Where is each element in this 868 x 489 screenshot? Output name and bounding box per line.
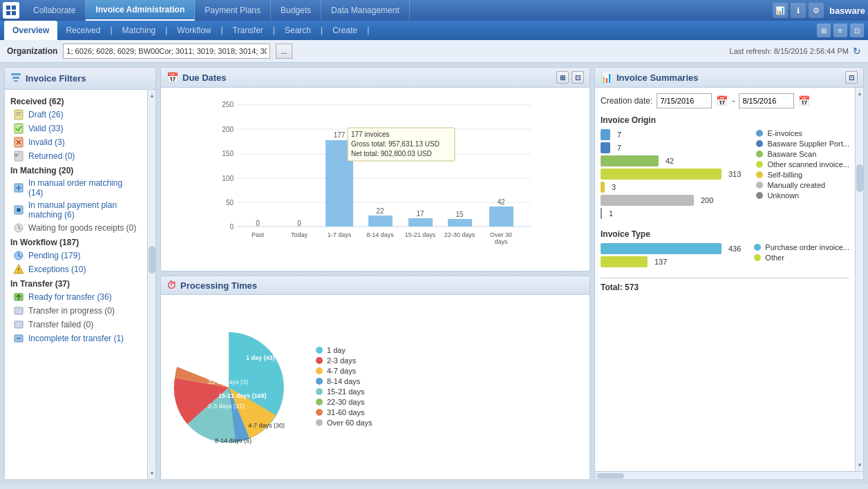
origin-legend-supplier-label: Basware Supplier Port... <box>767 140 849 148</box>
due-dates-expand-btn[interactable]: ⊡ <box>572 71 584 84</box>
origin-bar-2: 7 <box>601 142 749 153</box>
tab-received[interactable]: Received <box>57 21 108 40</box>
bar-chart-area: 250 200 150 100 50 0 0 <box>161 88 589 271</box>
org-browse-button[interactable]: ... <box>276 44 292 59</box>
origin-legend-self: Self-billing <box>756 171 849 179</box>
ready-transfer-link: Ready for transfer (36) <box>28 292 112 302</box>
tab-create[interactable]: Create <box>324 21 366 40</box>
tab-transfer[interactable]: Transfer <box>225 21 272 40</box>
org-input[interactable] <box>63 44 270 59</box>
legend-1day-dot <box>316 347 323 354</box>
filter-exceptions[interactable]: Exceptions (10) <box>10 262 142 276</box>
date-from-input[interactable] <box>657 93 712 108</box>
tab-search[interactable]: Search <box>276 21 319 40</box>
right-panel-scrollbar-h[interactable] <box>595 471 863 479</box>
svg-text:8-14 days: 8-14 days <box>366 231 394 238</box>
due-dates-panel: 📅 Due Dates ⊞ ⊡ 250 200 150 100 50 0 <box>160 67 590 271</box>
origin-bar-scan <box>601 155 659 166</box>
left-panel: Invoice Filters Received (62) Draft (26)… <box>4 67 156 480</box>
tab-overview[interactable]: Overview <box>4 21 57 40</box>
date-to-input[interactable] <box>739 93 794 108</box>
filter-pending[interactable]: Pending (179) <box>10 249 142 262</box>
svg-text:Gross total: 957,631.13 USD: Gross total: 957,631.13 USD <box>351 140 440 148</box>
svg-text:8-14 days (6): 8-14 days (6) <box>215 437 252 444</box>
svg-point-19 <box>17 208 21 212</box>
svg-text:17: 17 <box>416 210 424 218</box>
type-bar-1: 436 <box>601 243 747 254</box>
filter-incomplete-transfer[interactable]: Incomplete for transfer (1) <box>10 332 142 345</box>
filter-manual-order[interactable]: In manual order matching (14) <box>10 177 142 199</box>
draft-link: Draft (26) <box>28 110 64 119</box>
type-val-2: 137 <box>654 258 667 266</box>
returned-link: Returned (0) <box>28 151 75 161</box>
tab-collaborate[interactable]: Collaborate <box>23 0 86 21</box>
svg-rect-5 <box>12 77 19 79</box>
filter-valid[interactable]: Valid (33) <box>10 122 142 135</box>
filter-ready-transfer[interactable]: Ready for transfer (36) <box>10 290 142 304</box>
legend-4-7days-dot <box>316 367 323 374</box>
tab-invoice-administration[interactable]: Invoice Administration <box>86 0 195 21</box>
invoice-filters-header: Invoice Filters <box>5 68 155 90</box>
svg-rect-55 <box>489 207 513 227</box>
date-to-icon[interactable]: 📅 <box>798 95 810 106</box>
due-dates-header: 📅 Due Dates ⊞ ⊡ <box>161 68 589 88</box>
type-legend-po: Purchase order invoice... <box>754 243 849 251</box>
svg-text:0: 0 <box>229 223 234 231</box>
date-from-icon[interactable]: 📅 <box>716 95 728 106</box>
legend-31-60days: 31-60 days <box>316 408 372 416</box>
origin-legend-unknown-label: Unknown <box>767 191 799 200</box>
tab-payment-plans[interactable]: Payment Plans <box>195 0 271 21</box>
svg-rect-1 <box>12 6 16 10</box>
processing-times-panel: ⏱ Processing Times <box>160 276 590 480</box>
filter-header-icon <box>10 72 21 85</box>
filter-list: Received (62) Draft (26) Valid (33) Inva… <box>5 90 147 479</box>
settings-icon[interactable]: ⚙ <box>809 3 824 18</box>
origin-legend-unknown: Unknown <box>756 191 849 200</box>
expand-icon[interactable]: ⊡ <box>850 23 864 37</box>
top-nav-right: 📊 ℹ ⚙ basware <box>773 3 865 18</box>
svg-rect-10 <box>15 124 23 133</box>
svg-text:15-21 days (169): 15-21 days (169) <box>218 392 267 399</box>
origin-legend-scan: Basware Scan <box>756 150 849 158</box>
tab-matching[interactable]: Matching <box>114 21 164 40</box>
legend-15-21days-label: 15-21 days <box>327 387 364 396</box>
filter-waiting: Waiting for goods receipts (0) <box>10 221 142 235</box>
tab-budgets[interactable]: Budgets <box>271 0 321 21</box>
legend-31-60days-label: 31-60 days <box>327 408 364 416</box>
second-nav-right: ⊞ ≡ ⊡ <box>817 23 864 37</box>
origin-bar-supplier <box>601 142 610 153</box>
tab-workflow[interactable]: Workflow <box>169 21 219 40</box>
legend-31-60days-dot <box>316 409 323 416</box>
filter-invalid[interactable]: Invalid (3) <box>10 135 142 149</box>
summaries-expand-btn[interactable]: ⊡ <box>845 71 858 84</box>
bar-chart-svg: 250 200 150 100 50 0 0 <box>167 93 584 245</box>
svg-rect-53 <box>448 219 472 227</box>
filter-draft[interactable]: Draft (26) <box>10 108 142 122</box>
total-row: Total: 573 <box>601 278 849 292</box>
list-view-icon[interactable]: ≡ <box>833 23 847 37</box>
type-legend-po-dot <box>754 244 761 251</box>
grid-view-icon[interactable]: ⊞ <box>817 23 831 37</box>
svg-text:Past: Past <box>252 231 265 238</box>
tab-data-management[interactable]: Data Management <box>321 0 410 21</box>
bar-chart-icon[interactable]: 📊 <box>773 3 788 18</box>
svg-text:Net total: 902,800.03 USD: Net total: 902,800.03 USD <box>351 150 432 157</box>
date-separator: - <box>732 96 735 106</box>
due-dates-export-btn[interactable]: ⊞ <box>556 71 569 84</box>
filter-returned[interactable]: Returned (0) <box>10 149 142 163</box>
svg-rect-6 <box>14 80 18 82</box>
refresh-icon[interactable]: ↻ <box>853 46 861 57</box>
right-panel-scrollbar[interactable]: ▲ ▼ <box>855 88 863 471</box>
origin-legend-other-scanned-dot <box>756 161 763 168</box>
svg-text:200: 200 <box>222 126 234 133</box>
svg-rect-4 <box>11 73 21 75</box>
left-panel-scrollbar[interactable]: ▲ ▼ <box>147 90 155 479</box>
legend-over60-label: Over 60 days <box>327 419 372 427</box>
filter-payment-plan[interactable]: In manual payment plan matching (6) <box>10 199 142 221</box>
invoice-summaries-title: Invoice Summaries <box>616 73 699 83</box>
svg-text:1-7 days: 1-7 days <box>328 231 352 238</box>
svg-rect-51 <box>408 218 433 227</box>
origin-bars: 7 7 42 <box>601 129 749 221</box>
info-icon[interactable]: ℹ <box>791 3 806 18</box>
pie-chart-area: 1 day (43) 4-7 days (30) 8-14 days (6) 2… <box>161 295 589 479</box>
